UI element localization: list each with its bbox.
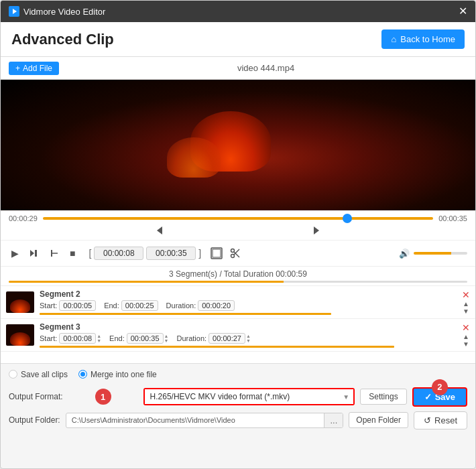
- scissors-button[interactable]: [228, 246, 243, 261]
- segment-2-move-up[interactable]: ▲: [463, 301, 469, 308]
- scissors-icon: [229, 247, 241, 259]
- crop-icon: [211, 247, 223, 259]
- save-all-radio[interactable]: [9, 370, 17, 379]
- segment-3-start-value[interactable]: 00:00:08: [59, 333, 96, 344]
- step-forward-button[interactable]: [27, 247, 42, 259]
- segment-3-start-field: Start: 00:00:08 ▲ ▼: [40, 333, 101, 344]
- home-icon: ⌂: [391, 34, 396, 44]
- segments-count-text: 3 Segment(s) / Total Duration 00:00:59: [169, 269, 307, 279]
- duration-spinner-up[interactable]: ▲: [246, 334, 251, 338]
- current-file-name: video 444.mp4: [64, 63, 467, 73]
- reset-button[interactable]: ↺ Reset: [414, 411, 467, 429]
- end-spinner-up[interactable]: ▲: [164, 334, 169, 338]
- segment-3-end-value[interactable]: 00:00:35: [127, 333, 164, 344]
- add-file-bar: + Add File video 444.mp4: [1, 57, 475, 80]
- window-title: Vidmore Video Editor: [23, 7, 105, 17]
- save-all-label: Save all clips: [21, 370, 68, 379]
- header: Advanced Clip ⌂ Back to Home: [1, 22, 475, 57]
- close-button[interactable]: ✕: [459, 6, 467, 17]
- svg-line-10: [234, 252, 239, 257]
- app-logo-svg: [10, 7, 18, 15]
- start-spinner-up[interactable]: ▲: [97, 334, 101, 338]
- segment-2-times: Start: 00:00:05 End: 00:00:25 Duration: …: [40, 300, 457, 311]
- volume-slider[interactable]: [414, 252, 467, 255]
- merge-radio[interactable]: [78, 370, 87, 379]
- time-range: [ ]: [88, 247, 201, 260]
- segment-2-start-value: 00:00:05: [59, 300, 96, 311]
- format-select[interactable]: H.265/HEVC MKV video format (*.mkv) H.26…: [145, 389, 354, 404]
- title-bar: Vidmore Video Editor ✕: [1, 1, 475, 22]
- segment-3-duration-spinner: ▲ ▼: [246, 334, 251, 343]
- folder-path-input[interactable]: [66, 414, 324, 426]
- output-folder-row: Output Folder: ... Open Folder ↺ Reset: [1, 409, 475, 431]
- page-title: Advanced Clip: [11, 31, 114, 48]
- segment-3-end-label: End:: [109, 334, 125, 342]
- segment-2-start-field: Start: 00:00:05: [40, 300, 96, 311]
- segment-2-duration-value: 00:00:20: [198, 300, 235, 311]
- segment-3-name: Segment 3: [40, 322, 457, 332]
- save-all-clips-option[interactable]: Save all clips: [9, 370, 68, 379]
- time-start-label: 00:00:29: [9, 214, 38, 222]
- segment-2-end-value: 00:00:25: [121, 300, 158, 311]
- back-to-home-button[interactable]: ⌂ Back to Home: [381, 29, 465, 49]
- duration-spinner-down[interactable]: ▼: [246, 338, 251, 343]
- clip-options: Save all clips Merge into one file: [1, 363, 475, 385]
- trim-right-handle[interactable]: [314, 226, 319, 234]
- stop-button[interactable]: ■: [67, 247, 78, 260]
- format-select-wrapper: H.265/HEVC MKV video format (*.mkv) H.26…: [143, 388, 355, 405]
- svg-point-8: [231, 249, 235, 253]
- start-spinner-down[interactable]: ▼: [97, 338, 101, 343]
- save-btn-wrapper: 2 ✓ Save: [412, 387, 467, 407]
- svg-line-11: [234, 249, 239, 255]
- end-spinner-down[interactable]: ▼: [164, 338, 169, 343]
- settings-button[interactable]: Settings: [360, 389, 406, 405]
- controls-bar: ▶ ■ [ ]: [1, 240, 475, 267]
- start-time-input[interactable]: [94, 247, 143, 260]
- trim-left-handle[interactable]: [157, 226, 162, 234]
- bracket-in-button[interactable]: [47, 247, 62, 259]
- segment-3-move-up[interactable]: ▲: [463, 334, 469, 340]
- segment-2-delete-button[interactable]: ✕: [462, 290, 470, 299]
- segment-2-duration-field: Duration: 00:00:20: [166, 300, 235, 311]
- end-time-input[interactable]: [146, 247, 196, 260]
- merge-into-file-option[interactable]: Merge into one file: [78, 370, 157, 379]
- seg-fire-3: [10, 332, 30, 346]
- table-row: Segment 3 Start: 00:00:08 ▲ ▼ En: [1, 319, 475, 352]
- step-fwd-icon: [29, 249, 39, 258]
- add-file-button[interactable]: + Add File: [9, 62, 59, 75]
- segment-3-duration-value: 00:00:27: [209, 333, 245, 344]
- fire-effect-2: [167, 137, 221, 178]
- mini-track: [9, 225, 467, 236]
- segment-thumbnail-2: [6, 291, 34, 313]
- svg-point-9: [231, 255, 235, 258]
- video-preview: [1, 80, 475, 210]
- segment-3-progress: [40, 346, 394, 348]
- progress-thumb[interactable]: [343, 214, 352, 223]
- segment-3-times: Start: 00:00:08 ▲ ▼ End: 00:00:35: [40, 333, 457, 344]
- progress-track[interactable]: [43, 217, 433, 220]
- video-frame: [1, 80, 475, 210]
- open-folder-button[interactable]: Open Folder: [349, 412, 408, 428]
- segment-2-name: Segment 2: [40, 289, 457, 299]
- segment-3-delete-button[interactable]: ✕: [462, 323, 470, 332]
- segment-3-duration-field: Duration: 00:00:27 ▲ ▼: [176, 333, 250, 344]
- segment-2-move-down[interactable]: ▼: [463, 308, 469, 315]
- title-bar-left: Vidmore Video Editor: [9, 6, 105, 17]
- segment-3-move-down[interactable]: ▼: [463, 341, 469, 348]
- add-file-label: Add File: [23, 64, 52, 73]
- segment-3-actions: ✕ ▲ ▼: [462, 323, 470, 348]
- segment-3-duration-label: Duration:: [176, 334, 206, 342]
- segment-2-move: ▲ ▼: [463, 301, 469, 315]
- badge-2: 2: [432, 379, 448, 395]
- reset-icon: ↺: [424, 415, 431, 425]
- segments-list: Segment 2 Start: 00:00:05 End: 00:00:25 …: [1, 286, 475, 363]
- segment-3-end-field: End: 00:00:35 ▲ ▼: [109, 333, 168, 344]
- segment-2-progress: [40, 313, 331, 315]
- bracket-in-icon: [50, 249, 59, 258]
- crop-icons: [209, 246, 243, 261]
- play-button[interactable]: ▶: [9, 247, 21, 260]
- folder-browse-button[interactable]: ...: [324, 413, 343, 427]
- crop-button[interactable]: [209, 246, 224, 261]
- time-end-label: 00:00:35: [438, 214, 467, 222]
- bracket-open: [: [88, 248, 91, 259]
